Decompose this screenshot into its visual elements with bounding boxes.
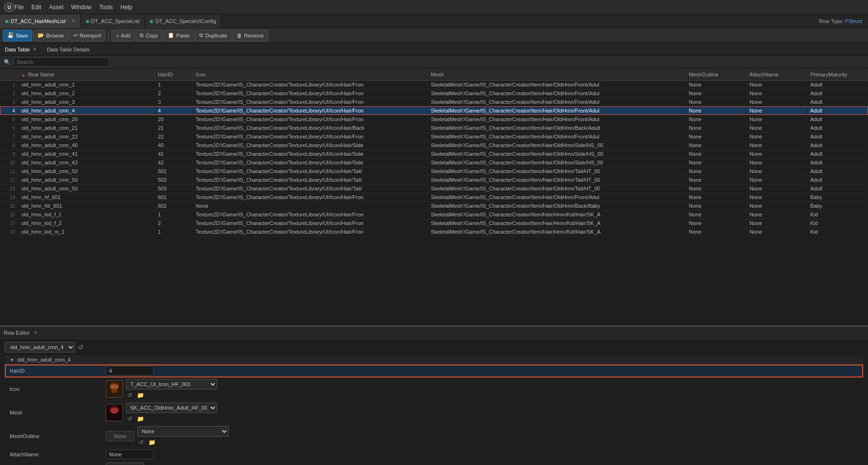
svg-point-9	[110, 408, 118, 414]
panel-header-datatable[interactable]: Data Table ✕	[0, 43, 42, 55]
col-attachname[interactable]: AttachName	[746, 69, 807, 80]
row-attachname: None	[746, 89, 807, 98]
field-attachname: AttachName	[5, 448, 863, 461]
col-primarymaturity[interactable]: PrimaryMaturity	[807, 69, 868, 80]
row-name: old_hmn_adult_cmn_22	[18, 132, 155, 141]
table-row[interactable]: 3old_hmn_adult_cmn_33Texture2D'/Game/IS_…	[0, 98, 868, 106]
toolbar: 💾 Save 📂 Browse ↩ Reimport + Add ⧉ Copy …	[0, 28, 868, 43]
icon-asset-select[interactable]: T_ACC_UI_Icon_HF_003	[126, 379, 217, 390]
row-icon: Texture2D'/Game/IS_CharacterCreator/Text…	[193, 80, 428, 89]
table-row[interactable]: 2old_hmn_adult_cmn_22Texture2D'/Game/IS_…	[0, 89, 868, 98]
row-num: 6	[0, 124, 18, 132]
row-selector-dropdown[interactable]: old_hmn_adult_cmn_4	[5, 342, 75, 352]
table-row[interactable]: 11old_hmn_adult_cmn_50501Texture2D'/Game…	[0, 167, 868, 176]
table-row[interactable]: 6old_hmn_adult_cmn_2121Texture2D'/Game/I…	[0, 124, 868, 132]
row-name: old_hmn_hb_601	[18, 201, 155, 210]
field-hairid: HairID	[5, 364, 863, 377]
row-icon: Texture2D'/Game/IS_CharacterCreator/Text…	[193, 141, 428, 150]
menu-file[interactable]: File	[14, 4, 24, 11]
row-name: old_hmn_adult_cmn_50	[18, 167, 155, 176]
copy-button[interactable]: ⧉ Copy	[135, 30, 162, 41]
meshoutline-action-row: ↺ 📁	[137, 439, 229, 446]
table-row[interactable]: 18old_hmn_kid_m_11Texture2D'/Game/IS_Cha…	[0, 227, 868, 236]
menu-window[interactable]: Window	[71, 4, 92, 11]
col-rowname[interactable]: ▲ Row Name	[18, 69, 155, 80]
mesh-asset-select[interactable]: SK_ACC_OldHmn_Adult_HF_003	[126, 402, 217, 413]
row-meshoutline: None	[685, 89, 746, 98]
copy-icon: ⧉	[140, 32, 144, 38]
row-editor-close[interactable]: ✕	[34, 330, 37, 335]
row-hairid: 601	[155, 193, 193, 201]
row-num: 15	[0, 201, 18, 210]
col-hairid[interactable]: HairID	[155, 69, 193, 80]
icon-browse-button[interactable]: 📁	[135, 391, 146, 399]
table-row[interactable]: 10old_hmn_adult_cmn_4242Texture2D'/Game/…	[0, 158, 868, 167]
menu-asset[interactable]: Asset	[49, 4, 63, 11]
browse-label: Browse	[46, 33, 64, 38]
add-label: Add	[121, 33, 131, 38]
table-row[interactable]: 16old_hmn_kid_f_11Texture2D'/Game/IS_Cha…	[0, 210, 868, 219]
menu-edit[interactable]: Edit	[31, 4, 41, 11]
row-hairid: 501	[155, 167, 193, 176]
search-input[interactable]	[13, 57, 110, 67]
row-mesh: SkeletalMesh'/Game/IS_CharacterCreator/I…	[428, 106, 686, 115]
table-row[interactable]: 12old_hmn_adult_cmn_50502Texture2D'/Game…	[0, 176, 868, 184]
row-maturity: Adult	[807, 98, 868, 106]
row-type-link[interactable]: FStruct	[845, 18, 862, 24]
table-row[interactable]: 1old_hmn_adult_cmn_11Texture2D'/Game/IS_…	[0, 80, 868, 89]
tab-dt-acc-hairmeshlist[interactable]: ▣ DT_ACC_HairMeshList * ✕	[0, 14, 81, 28]
tab-dt-acc-specieuiconfig[interactable]: ▣ DT_ACC_SpecieUIConfig	[145, 14, 221, 28]
mesh-sync-button[interactable]: ↺	[126, 415, 134, 423]
icon-sync-button[interactable]: ↺	[126, 391, 134, 399]
meshoutline-asset-select[interactable]: None	[137, 426, 229, 437]
add-button[interactable]: + Add	[111, 30, 134, 41]
tab-label-1: DT_ACC_HairMeshList	[11, 18, 65, 24]
duplicate-button[interactable]: ⧉ Duplicate	[195, 30, 232, 41]
remove-button[interactable]: 🗑 Remove	[232, 30, 268, 41]
row-maturity: Adult	[807, 150, 868, 158]
tab-close-1[interactable]: ✕	[72, 18, 75, 24]
row-attachname: None	[746, 193, 807, 201]
tab-dt-acc-specielist[interactable]: ▣ DT_ACC_SpecieList	[81, 14, 145, 28]
reimport-button[interactable]: ↩ Reimport	[69, 30, 106, 41]
table-row[interactable]: 7old_hmn_adult_cmn_2222Texture2D'/Game/I…	[0, 132, 868, 141]
field-mesh: Mesh SK_ACC_	[5, 401, 863, 425]
mesh-browse-button[interactable]: 📁	[135, 415, 146, 423]
main-area: ▲ Row Name HairID Icon Mesh MeshOutline …	[0, 69, 868, 465]
row-attachname: None	[746, 150, 807, 158]
table-row[interactable]: 14old_hmn_hf_601601Texture2D'/Game/IS_Ch…	[0, 193, 868, 201]
paste-button[interactable]: 📋 Paste	[163, 30, 194, 41]
browse-button[interactable]: 📂 Browse	[33, 30, 68, 41]
primarymaturity-select[interactable]: Adult Baby Kid	[106, 463, 144, 465]
row-name: old_hmn_adult_cmn_3	[18, 98, 155, 106]
save-button[interactable]: 💾 Save	[3, 30, 32, 41]
table-row[interactable]: 9old_hmn_adult_cmn_4141Texture2D'/Game/I…	[0, 150, 868, 158]
menu-help[interactable]: Help	[121, 4, 133, 11]
row-icon: Texture2D'/Game/IS_CharacterCreator/Text…	[193, 124, 428, 132]
col-mesh[interactable]: Mesh	[428, 69, 686, 80]
field-primarymaturity-value-container: Adult Baby Kid ▼	[106, 463, 858, 465]
col-meshoutline[interactable]: MeshOutline	[685, 69, 746, 80]
table-row[interactable]: 13old_hmn_adult_cmn_50503Texture2D'/Game…	[0, 184, 868, 193]
table-row[interactable]: 17old_hmn_kid_f_22Texture2D'/Game/IS_Cha…	[0, 219, 868, 227]
tab-label-2: DT_ACC_SpecieList	[91, 18, 140, 24]
menu-tools[interactable]: Tools	[99, 4, 113, 11]
table-row[interactable]: 15old_hmn_hb_601602NoneSkeletalMesh'/Gam…	[0, 201, 868, 210]
panel-header-datatable-label: Data Table	[5, 47, 30, 52]
col-icon[interactable]: Icon	[193, 69, 428, 80]
meshoutline-sync-button[interactable]: ↺	[137, 439, 145, 446]
row-meshoutline: None	[685, 80, 746, 89]
panel-header-details[interactable]: Data Table Details	[42, 43, 95, 55]
hairid-input[interactable]	[106, 366, 154, 376]
panel-datatable-close[interactable]: ✕	[33, 47, 37, 52]
row-reset-button[interactable]: ↺	[78, 343, 84, 351]
field-mesh-value-container: SK_ACC_OldHmn_Adult_HF_003 ↺ 📁	[106, 402, 858, 423]
meshoutline-browse-button[interactable]: 📁	[147, 439, 157, 446]
row-meshoutline: None	[685, 98, 746, 106]
attachname-input[interactable]	[106, 450, 154, 459]
field-primarymaturity: PrimaryMaturity Adult Baby Kid ▼	[5, 461, 863, 465]
menu-bar[interactable]: File Edit Asset Window Tools Help	[14, 4, 132, 11]
table-row[interactable]: 8old_hmn_adult_cmn_4040Texture2D'/Game/I…	[0, 141, 868, 150]
table-row[interactable]: 5old_hmn_adult_cmn_2020Texture2D'/Game/I…	[0, 115, 868, 124]
table-row[interactable]: 4old_hmn_adult_cmn_44Texture2D'/Game/IS_…	[0, 106, 868, 115]
